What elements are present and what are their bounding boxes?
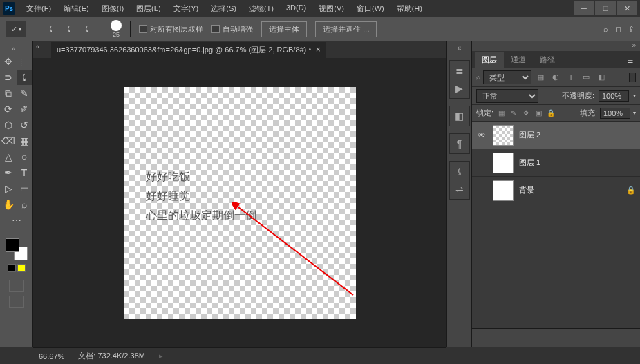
history-brush-tool[interactable]: ↺ xyxy=(17,117,32,133)
pen-tool[interactable]: ✒ xyxy=(1,165,16,180)
menu-window[interactable]: 窗口(W) xyxy=(351,1,390,16)
layer-thumbnail[interactable] xyxy=(493,125,514,146)
document-tab[interactable]: u=3377079346,3626360063&fm=26&gp=0.jpg @… xyxy=(51,42,326,58)
visibility-toggle[interactable] xyxy=(476,185,487,196)
mini-swatch-2[interactable] xyxy=(17,264,26,272)
stamp-tool[interactable]: ⬡ xyxy=(1,117,16,133)
fill-input[interactable] xyxy=(600,108,630,119)
canvas-area[interactable]: 好好吃饭 好好睡觉 心里的垃圾定期倒一倒 xyxy=(33,58,446,347)
document-tab-close[interactable]: × xyxy=(316,45,321,55)
menu-edit[interactable]: 编辑(E) xyxy=(58,1,95,16)
foreground-color[interactable] xyxy=(6,238,19,252)
filter-smart-icon[interactable]: ◧ xyxy=(595,71,608,84)
layer-name[interactable]: 图层 2 xyxy=(519,130,540,140)
tool-preset-picker[interactable]: ✓ ▾ xyxy=(6,21,26,37)
brush-preview[interactable]: 25 xyxy=(111,20,122,38)
filter-type-select[interactable]: 类型 xyxy=(483,70,531,84)
doc-collapse[interactable]: « xyxy=(36,43,40,50)
collapsed-expand[interactable]: « xyxy=(458,44,462,52)
share-icon[interactable]: ⇪ xyxy=(628,25,634,34)
crop-tool[interactable]: ⧉ xyxy=(1,86,16,101)
brush-panel-icon[interactable]: ⤹ xyxy=(451,163,468,180)
auto-enhance-checkbox[interactable] xyxy=(211,25,220,33)
layers-tab[interactable]: 图层 xyxy=(475,52,504,68)
brush-variant-2[interactable]: ⤹ xyxy=(62,22,75,36)
properties-panel-icon[interactable]: ◧ xyxy=(451,108,468,124)
lock-pixels-icon[interactable]: ✎ xyxy=(509,108,518,118)
shape-tool[interactable]: ▭ xyxy=(17,181,32,196)
layer-thumbnail[interactable] xyxy=(493,153,514,173)
edit-toolbar[interactable]: ⋯ xyxy=(9,213,24,228)
visibility-toggle[interactable]: 👁 xyxy=(476,130,487,141)
brush-variant-3[interactable]: ⤹ xyxy=(79,22,93,36)
menu-view[interactable]: 视图(V) xyxy=(313,1,350,16)
layer-item[interactable]: 图层 1 xyxy=(472,149,640,177)
sample-all-checkbox[interactable] xyxy=(139,25,147,33)
brush-variant-1[interactable]: ⤹ xyxy=(44,22,57,36)
path-select-tool[interactable]: ▷ xyxy=(1,181,16,196)
workspace-icon[interactable]: ◻ xyxy=(615,25,621,34)
layer-name[interactable]: 图层 1 xyxy=(519,157,540,168)
menu-help[interactable]: 帮助(H) xyxy=(391,1,428,16)
opacity-input[interactable] xyxy=(599,90,629,102)
filter-adjust-icon[interactable]: ◐ xyxy=(549,71,562,84)
filter-type-icon[interactable]: T xyxy=(565,71,577,84)
panel-menu[interactable]: ≡ xyxy=(623,57,637,68)
blend-mode-select[interactable]: 正常 xyxy=(476,89,538,103)
history-panel-icon[interactable]: ≣ xyxy=(451,62,468,79)
lock-all-icon[interactable]: 🔒 xyxy=(546,108,556,118)
dodge-tool[interactable]: ○ xyxy=(17,149,32,164)
lock-transparency-icon[interactable]: ▦ xyxy=(496,108,506,118)
gradient-tool[interactable]: ▦ xyxy=(17,133,32,149)
window-minimize[interactable]: ─ xyxy=(574,1,594,15)
zoom-level[interactable]: 66.67% xyxy=(39,352,64,361)
brush-settings-icon[interactable]: ⇌ xyxy=(451,181,468,198)
select-subject-button[interactable]: 选择主体 xyxy=(261,21,307,37)
actions-panel-icon[interactable]: ▶ xyxy=(451,80,468,97)
quick-mask-mode[interactable] xyxy=(9,280,24,292)
lock-position-icon[interactable]: ✥ xyxy=(521,108,531,118)
paragraph-panel-icon[interactable]: ¶ xyxy=(451,135,468,152)
layer-item[interactable]: 背景 🔒 xyxy=(472,177,640,204)
filter-pixel-icon[interactable]: ▦ xyxy=(534,71,547,84)
layer-name[interactable]: 背景 xyxy=(519,185,534,195)
menu-file[interactable]: 文件(F) xyxy=(21,1,57,16)
select-and-mask-button[interactable]: 选择并遮住 ... xyxy=(315,21,377,37)
panel-collapse[interactable]: » xyxy=(472,41,640,51)
mini-swatch-1[interactable] xyxy=(8,264,16,272)
hand-tool[interactable]: ✋ xyxy=(1,197,16,212)
zoom-tool[interactable]: ⌕ xyxy=(17,197,32,212)
tools-collapse[interactable] xyxy=(12,44,21,51)
main-menu: 文件(F) 编辑(E) 图像(I) 图层(L) 文字(Y) 选择(S) 滤镜(T… xyxy=(21,1,428,16)
paths-tab[interactable]: 路径 xyxy=(533,52,562,68)
menu-image[interactable]: 图像(I) xyxy=(96,1,129,16)
layer-thumbnail[interactable] xyxy=(493,180,514,201)
blur-tool[interactable]: △ xyxy=(1,149,16,164)
filter-toggle[interactable] xyxy=(629,73,636,82)
status-chevron[interactable]: ▸ xyxy=(159,352,163,361)
menu-select[interactable]: 选择(S) xyxy=(205,1,242,16)
layer-item[interactable]: 👁 图层 2 xyxy=(472,122,640,149)
screen-mode[interactable] xyxy=(9,296,24,308)
eyedropper-tool[interactable]: ✎ xyxy=(17,86,32,101)
search-icon[interactable]: ⌕ xyxy=(603,25,608,33)
menu-type[interactable]: 文字(Y) xyxy=(168,1,205,16)
menu-3d[interactable]: 3D(D) xyxy=(281,1,312,16)
menu-filter[interactable]: 滤镜(T) xyxy=(243,1,279,16)
menu-layer[interactable]: 图层(L) xyxy=(131,1,166,16)
filter-shape-icon[interactable]: ▭ xyxy=(580,71,592,84)
brush-tool[interactable]: ✐ xyxy=(17,102,32,117)
window-close[interactable]: ✕ xyxy=(617,1,637,15)
window-maximize[interactable]: □ xyxy=(595,1,616,15)
visibility-toggle[interactable] xyxy=(476,157,487,169)
quick-select-tool[interactable]: ⤹ xyxy=(17,70,32,85)
type-tool[interactable]: T xyxy=(17,165,32,180)
lasso-tool[interactable]: ⊃ xyxy=(1,70,16,85)
lock-artboard-icon[interactable]: ▣ xyxy=(534,108,543,118)
move-tool[interactable]: ✥ xyxy=(1,54,16,69)
color-swatches[interactable] xyxy=(6,238,28,260)
artboard-tool[interactable]: ⬚ xyxy=(17,54,32,69)
channels-tab[interactable]: 通道 xyxy=(504,52,533,68)
healing-tool[interactable]: ⟳ xyxy=(1,102,16,117)
eraser-tool[interactable]: ⌫ xyxy=(1,133,16,149)
